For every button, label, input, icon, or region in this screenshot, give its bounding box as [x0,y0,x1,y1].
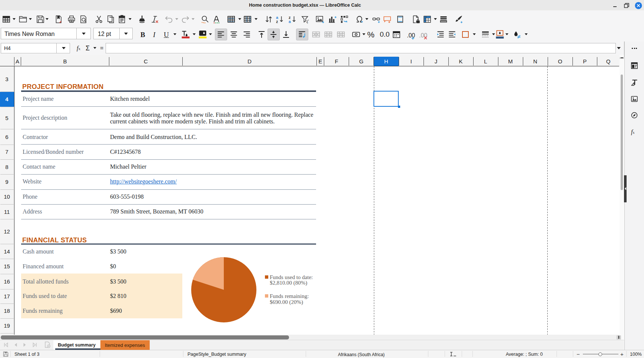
svg-text:q: q [306,20,308,24]
svg-text:z: z [289,15,291,20]
svg-text:a: a [289,19,291,24]
svg-text:z: z [276,19,278,24]
svg-text:a: a [276,15,278,20]
